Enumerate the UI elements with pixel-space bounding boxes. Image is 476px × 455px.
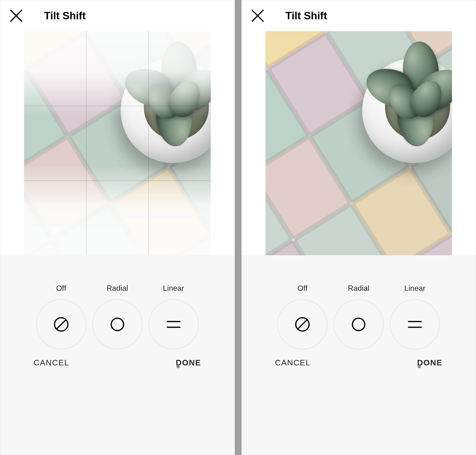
mode-button-linear[interactable] <box>149 299 198 349</box>
mode-item-radial: Radial <box>333 284 384 349</box>
cancel-button[interactable]: CANCEL <box>275 358 311 367</box>
mode-item-linear: Linear <box>390 284 440 349</box>
mode-button-radial[interactable] <box>333 299 384 349</box>
mode-item-off: Off <box>36 284 86 349</box>
svg-line-10 <box>298 320 307 329</box>
done-button[interactable]: DONE <box>417 358 442 367</box>
header: Tilt Shift <box>0 0 235 31</box>
mode-item-radial: Radial <box>92 284 143 349</box>
mode-label: Linear <box>404 284 426 293</box>
controls-panel: OffRadialLinearCANCELDONE <box>242 255 476 455</box>
footer: CANCELDONE <box>0 349 235 380</box>
mode-label: Linear <box>163 284 184 293</box>
off-icon <box>52 315 71 334</box>
mode-label: Off <box>56 284 66 293</box>
close-button[interactable] <box>10 9 23 22</box>
mode-label: Radial <box>348 284 370 293</box>
radial-icon <box>108 315 127 334</box>
radial-icon <box>349 315 368 334</box>
mode-label: Off <box>297 284 307 293</box>
close-button[interactable] <box>251 9 264 22</box>
mode-item-linear: Linear <box>149 284 198 349</box>
page-title: Tilt Shift <box>44 10 86 22</box>
close-icon <box>10 9 23 22</box>
image-area <box>0 31 235 255</box>
mode-button-off[interactable] <box>278 299 327 349</box>
image-area <box>242 31 476 255</box>
cancel-button[interactable]: CANCEL <box>34 358 69 367</box>
linear-icon <box>405 315 424 334</box>
mode-item-off: Off <box>278 284 327 349</box>
mode-label: Radial <box>106 284 128 293</box>
svg-point-4 <box>111 318 124 331</box>
photo-preview[interactable] <box>265 31 452 255</box>
controls-panel: OffRadialLinearCANCELDONE <box>0 255 235 455</box>
mode-button-off[interactable] <box>36 299 86 349</box>
photo-preview[interactable] <box>24 31 211 255</box>
mode-row: OffRadialLinear <box>242 284 476 349</box>
svg-point-11 <box>352 318 365 331</box>
linear-icon <box>164 315 183 334</box>
off-icon <box>293 315 312 334</box>
footer: CANCELDONE <box>242 349 476 380</box>
screen-0: Tilt ShiftOffRadialLinearCANCELDONE <box>0 0 235 455</box>
indicator-dot <box>418 365 421 368</box>
close-icon <box>251 9 264 22</box>
mode-row: OffRadialLinear <box>0 284 235 349</box>
screen-1: Tilt ShiftOffRadialLinearCANCELDONE <box>241 0 476 455</box>
svg-line-3 <box>57 320 65 329</box>
mode-button-radial[interactable] <box>92 299 143 349</box>
indicator-dot <box>176 365 180 368</box>
header: Tilt Shift <box>242 0 476 31</box>
page-title: Tilt Shift <box>286 10 327 22</box>
mode-button-linear[interactable] <box>390 299 440 349</box>
